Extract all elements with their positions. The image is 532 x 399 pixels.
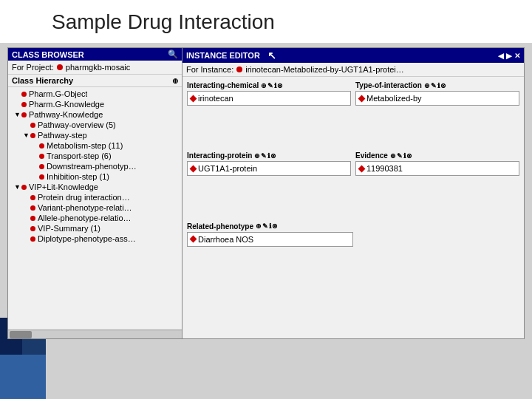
field-del-icon[interactable]: ⊗ (406, 152, 412, 160)
class-browser-panel: CLASS BROWSER 🔍 For Project: pharmgkb-mo… (8, 48, 183, 338)
cursor-icon: ↖ (267, 50, 276, 61)
field-value-related-phenotype: Diarrhoea NOS (187, 232, 353, 247)
field-label-text: Related-phenotype (187, 222, 253, 231)
tree-expand-arrow[interactable]: ▼ (23, 132, 30, 139)
tree-dot (30, 123, 35, 128)
hierarchy-label: Class Hierarchy (12, 76, 73, 85)
tree-item-metabolism-step[interactable]: Metabolism-step (11) (8, 140, 182, 151)
field-add-icon[interactable]: ⊕ (256, 222, 262, 230)
tree-item-diplotype-phenotype[interactable]: Diplotype-phenotype-ass… (8, 233, 182, 244)
class-hierarchy-header: Class Hierarchy ⊕ (8, 75, 182, 87)
field-edit-icon[interactable]: ✎ (431, 82, 437, 89)
field-label-text: Type-of-interaction (355, 81, 422, 89)
tree-label: Downstream-phenotyp… (47, 162, 137, 171)
tree-item-protein-drug[interactable]: Protein drug interaction… (8, 192, 182, 202)
hierarchy-icon-1[interactable]: ⊕ (172, 77, 178, 85)
instance-header-controls: ◀ ▶ ✕ (498, 52, 520, 60)
tree-scrollbar[interactable] (8, 330, 182, 338)
instance-fields-grid: Interacting-chemical ⊕ ✎ ℹ ⊗ irinotecan … (183, 77, 524, 338)
tree-dot (21, 92, 27, 97)
tree-dot (30, 133, 35, 138)
tree-item-pathway-knowledge[interactable]: ▼ Pathway-Knowledge (8, 109, 182, 120)
field-del-icon[interactable]: ⊗ (277, 82, 283, 89)
for-instance-label: For Instance: (186, 65, 233, 74)
instance-for-row: For Instance: irinotecan-Metabolized-by-… (183, 63, 524, 77)
value-diamond (190, 165, 197, 172)
instance-editor-label: INSTANCE EDITOR (186, 51, 260, 60)
tree-item-pathway-overview[interactable]: Pathway-overview (5) (8, 120, 182, 130)
search-icon[interactable]: 🔍 (168, 50, 178, 59)
field-info-icon[interactable]: ℹ (403, 152, 406, 160)
project-row: For Project: pharmgkb-mosaic (8, 61, 182, 75)
field-del-icon[interactable]: ⊗ (270, 152, 276, 160)
tree-item-pharm-object[interactable]: Pharm.G-Object (8, 89, 182, 99)
tree-expand-arrow[interactable]: ▼ (14, 183, 21, 191)
tree-dot (21, 185, 27, 190)
tree-item-inhibition-step[interactable]: Inhibition-step (1) (8, 171, 182, 182)
field-related-phenotype: Related-phenotype ⊕ ✎ ℹ ⊗ Diarrhoea NOS (187, 222, 519, 288)
field-label-evidence: Evidence ⊕ ✎ ℹ ⊗ (355, 151, 519, 160)
instance-editor-header: INSTANCE EDITOR ↖ ◀ ▶ ✕ (183, 48, 524, 63)
tree-expand-arrow[interactable]: ▼ (14, 111, 21, 118)
class-browser-label: CLASS BROWSER (12, 50, 168, 59)
tree-label: Metabolism-step (11) (47, 141, 123, 150)
tree-item-variant-phenotype[interactable]: Variant-phenotype-relati… (8, 202, 182, 213)
field-info-icon[interactable]: ℹ (269, 222, 271, 230)
class-tree[interactable]: Pharm.G-Object Pharm.G-Knowledge ▼ Pathw… (8, 87, 182, 330)
tree-dot (30, 226, 35, 231)
field-value-interacting-chemical: irinotecan (187, 91, 351, 106)
tree-label: Transport-step (6) (47, 151, 112, 160)
tree-label: Pharm.G-Object (29, 89, 87, 98)
page-header: Sample Drug Interaction (0, 0, 532, 43)
tree-dot (21, 102, 27, 107)
field-edit-icon[interactable]: ✎ (267, 82, 273, 89)
tree-dot (39, 174, 44, 180)
nav-back-icon[interactable]: ◀ (498, 52, 504, 60)
close-icon[interactable]: ✕ (514, 52, 520, 60)
field-edit-icon[interactable]: ✎ (397, 152, 403, 160)
value-text: irinotecan (198, 94, 233, 103)
field-info-icon[interactable]: ℹ (274, 82, 276, 89)
field-label-interacting-chemical: Interacting-chemical ⊕ ✎ ℹ ⊗ (187, 81, 351, 89)
value-diamond (358, 165, 366, 172)
instance-dot (236, 66, 242, 72)
project-dot (57, 64, 63, 70)
tree-label: Inhibition-step (1) (47, 172, 109, 181)
field-del-icon[interactable]: ⊗ (272, 222, 278, 230)
value-diamond (358, 95, 366, 102)
tree-dot (39, 143, 44, 149)
field-del-icon[interactable]: ⊗ (440, 82, 446, 89)
tree-item-downstream-phenotype[interactable]: Downstream-phenotyp… (8, 161, 182, 171)
tree-item-vip-summary[interactable]: VIP-Summary (1) (8, 223, 182, 233)
field-edit-icon[interactable]: ✎ (261, 152, 267, 160)
field-add-icon[interactable]: ⊕ (254, 152, 260, 160)
tree-dot (30, 216, 35, 221)
tree-label: Pathway-step (38, 131, 87, 140)
nav-forward-icon[interactable]: ▶ (506, 52, 512, 60)
field-info-icon[interactable]: ℹ (267, 152, 270, 160)
tree-item-vip-lit[interactable]: ▼ VIP+Lit-Knowledge (8, 182, 182, 192)
tree-item-pathway-step[interactable]: ▼ Pathway-step (8, 130, 182, 140)
field-value-type-of-interaction: Metabolized-by (355, 91, 519, 106)
field-label-interacting-protein: Interacting-protein ⊕ ✎ ℹ ⊗ (187, 151, 351, 160)
field-add-icon[interactable]: ⊕ (261, 82, 267, 89)
field-add-icon[interactable]: ⊕ (424, 82, 430, 89)
tree-label: Diplotype-phenotype-ass… (38, 234, 136, 243)
value-diamond (190, 95, 197, 102)
field-add-icon[interactable]: ⊕ (390, 152, 396, 160)
tree-dot (39, 154, 44, 159)
tree-item-transport-step[interactable]: Transport-step (6) (8, 151, 182, 161)
page-title: Sample Drug Interaction (52, 10, 275, 34)
tree-label: Protein drug interaction… (38, 193, 130, 202)
tree-item-pharm-knowledge[interactable]: Pharm.G-Knowledge (8, 99, 182, 109)
value-text: UGT1A1-protein (198, 164, 257, 173)
field-edit-icon[interactable]: ✎ (262, 222, 268, 230)
hierarchy-icons: ⊕ (172, 77, 178, 85)
tree-item-allele-phenotype[interactable]: Allele-phenotype-relatio… (8, 213, 182, 223)
field-label-text: Interacting-chemical (187, 81, 259, 89)
tree-label: VIP-Summary (1) (38, 224, 100, 233)
tree-dot (30, 195, 35, 200)
tree-label: Pharm.G-Knowledge (29, 100, 104, 109)
field-info-icon[interactable]: ℹ (437, 82, 440, 89)
field-label-type-of-interaction: Type-of-interaction ⊕ ✎ ℹ ⊗ (355, 81, 519, 89)
